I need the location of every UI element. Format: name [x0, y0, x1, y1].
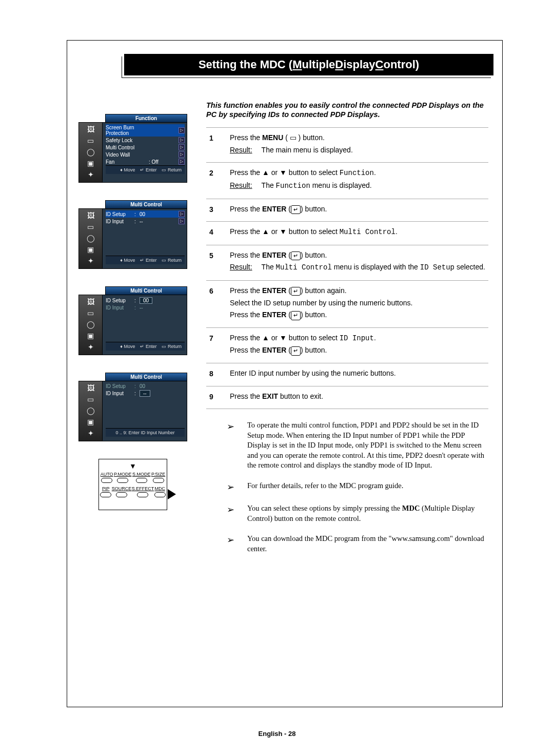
note-bullet-icon: ➢ — [227, 420, 237, 471]
osd-icon-rail: 🖼 ▭ ◯ ▣ ✦ — [79, 381, 103, 441]
osd-icon-rail: 🖼 ▭ ◯ ▣ ✦ — [79, 209, 103, 268]
osd-multicontrol-a: Multi Control 🖼 ▭ ◯ ▣ ✦ ID Setup:00▷ ID … — [78, 200, 187, 269]
chevron-right-icon: ▷ — [179, 159, 185, 165]
note: ➢You can select these options by simply … — [227, 503, 488, 524]
result-label: Result: — [230, 262, 252, 273]
step-body: Enter ID input number by using the numer… — [230, 369, 488, 381]
picture-icon: 🖼 — [84, 211, 97, 220]
title-p0: Setting the MDC ( — [199, 58, 292, 71]
remote-button — [153, 478, 164, 483]
step: 9Press the EXIT button to exit. — [206, 386, 488, 410]
osd-row: ID Input:-- — [106, 390, 185, 397]
title-p3: D — [335, 58, 343, 71]
function-icon: ✦ — [84, 256, 97, 265]
note-bullet-icon: ➢ — [227, 481, 237, 493]
osd-header: Multi Control — [105, 286, 187, 295]
step-body: Press the ▲ or ▼ button to select Multi … — [230, 227, 488, 240]
result-label: Result: — [230, 181, 252, 191]
setup-icon: ▣ — [84, 417, 97, 427]
step-body: Press the ▲ or ▼ button to select Functi… — [230, 168, 488, 193]
osd-content: ID Setup:00 ID Input:-- ♦ Move ↵ Enter ▭… — [103, 295, 187, 355]
value-box: -- — [140, 390, 150, 397]
osd-row: Fan: Off▷ — [106, 158, 185, 165]
osd-header: Multi Control — [105, 373, 187, 381]
osd-row: ID Setup:00 — [106, 297, 185, 304]
step-body: Press the ▲ or ▼ button to select ID Inp… — [230, 333, 488, 358]
step-number: 2 — [209, 168, 230, 193]
chevron-down-icon: ▼ — [100, 463, 166, 469]
step: 7Press the ▲ or ▼ button to select ID In… — [206, 327, 488, 363]
chevron-right-icon: ▷ — [179, 144, 185, 150]
step-line: Result:The Multi Control menu is display… — [230, 262, 488, 273]
sound-icon: ◯ — [84, 234, 97, 243]
input-icon: ▭ — [84, 308, 97, 318]
step: 3Press the ENTER (↵) button. — [206, 199, 488, 222]
note-text: You can select these options by simply p… — [247, 503, 488, 524]
osd-row: Video Wall▷ — [106, 151, 185, 158]
step-number: 8 — [209, 369, 230, 381]
input-icon: ▭ — [84, 136, 97, 145]
osd-footer: ♦ Move ↵ Enter ▭ Return — [106, 256, 185, 264]
note: ➢You can download the MDC program from t… — [227, 534, 488, 554]
osd-footer: ♦ Move ↵ Enter ▭ Return — [106, 342, 185, 351]
step: 5Press the ENTER (↵) button.Result:The M… — [206, 245, 488, 280]
step: 2Press the ▲ or ▼ button to select Funct… — [206, 162, 488, 198]
title-p4: isplay — [343, 58, 375, 71]
step-line: Press the ▲ or ▼ button to select Functi… — [230, 168, 488, 179]
chevron-right-icon: ▷ — [179, 211, 185, 217]
step-line: Result:The main menu is displayed. — [230, 145, 488, 156]
remote-row-1: AUTO P.MODE S.MODE P.SIZE — [100, 472, 166, 483]
step-line: Press the MENU ( ▭ ) button. — [230, 133, 488, 143]
step-line: Press the EXIT button to exit. — [230, 392, 488, 402]
note-bullet-icon: ➢ — [227, 534, 237, 554]
step-line: Press the ENTER (↵) button. — [230, 204, 488, 215]
step-line: Enter ID input number by using the numer… — [230, 369, 488, 379]
setup-icon: ▣ — [84, 159, 97, 168]
intro-text: This function enables you to easily cont… — [206, 101, 488, 127]
picture-icon: 🖼 — [84, 125, 97, 134]
result-label: Result: — [230, 145, 252, 156]
remote-button — [137, 492, 148, 497]
osd-row: ID Setup:00 — [106, 383, 185, 390]
step-number: 5 — [209, 250, 230, 275]
remote-snippet: ▼ AUTO P.MODE S.MODE P.SIZE PIP SOURCE S… — [98, 459, 167, 510]
remote-row-2: PIP SOURCE S.EFFECT MDC — [100, 486, 166, 497]
left-column: Function 🖼 ▭ ◯ ▣ ✦ Screen Burn Protectio… — [71, 114, 195, 510]
step-body: Press the ENTER (↵) button.Result:The Mu… — [230, 250, 488, 275]
remote-button — [136, 478, 147, 483]
sound-icon: ◯ — [84, 320, 97, 329]
title-p2: ultiple — [302, 58, 335, 71]
osd-row: Multi Control▷ — [106, 144, 185, 151]
input-icon: ▭ — [84, 222, 97, 231]
step: 1Press the MENU ( ▭ ) button.Result:The … — [206, 127, 488, 162]
function-icon: ✦ — [84, 342, 97, 352]
step-line: Select the ID setup number by using the … — [230, 298, 488, 308]
note-text: For further details, refer to the MDC pr… — [247, 481, 403, 493]
step-body: Press the EXIT button to exit. — [230, 392, 488, 404]
step-line: Press the ENTER (↵) button. — [230, 310, 488, 320]
step-body: Press the ENTER (↵) button again.Select … — [230, 286, 488, 322]
chevron-right-icon: ▷ — [179, 127, 185, 133]
osd-multicontrol-b: Multi Control 🖼 ▭ ◯ ▣ ✦ ID Setup:00 ID I… — [78, 286, 187, 355]
page-footer: English - 28 — [0, 730, 554, 738]
note-text: You can download the MDC program from th… — [247, 534, 488, 554]
osd-content: Screen Burn Protection▷ Safety Lock▷ Mul… — [103, 123, 187, 182]
sound-icon: ◯ — [84, 147, 97, 157]
remote-button — [154, 492, 166, 497]
osd-multicontrol-c: Multi Control 🖼 ▭ ◯ ▣ ✦ ID Setup:00 ID I… — [78, 373, 187, 441]
step-line: Result:The Function menu is displayed. — [230, 181, 488, 191]
step-body: Press the MENU ( ▭ ) button.Result:The m… — [230, 133, 488, 157]
page-title: Setting the MDC (Multiple Display Contro… — [124, 54, 493, 75]
osd-content: ID Setup:00▷ ID Input:--▷ ♦ Move ↵ Enter… — [103, 209, 187, 268]
step-body: Press the ENTER (↵) button. — [230, 204, 488, 217]
note: ➢For further details, refer to the MDC p… — [227, 481, 488, 493]
step-line: Press the ▲ or ▼ button to select ID Inp… — [230, 333, 488, 344]
step-number: 9 — [209, 392, 230, 404]
function-icon: ✦ — [84, 170, 97, 179]
pointer-icon — [168, 489, 176, 499]
step-line: Press the ENTER (↵) button. — [230, 345, 488, 356]
osd-function: Function 🖼 ▭ ◯ ▣ ✦ Screen Burn Protectio… — [78, 114, 187, 183]
step: 6Press the ENTER (↵) button again.Select… — [206, 280, 488, 327]
osd-icon-rail: 🖼 ▭ ◯ ▣ ✦ — [79, 295, 103, 355]
osd-row: Safety Lock▷ — [106, 137, 185, 144]
